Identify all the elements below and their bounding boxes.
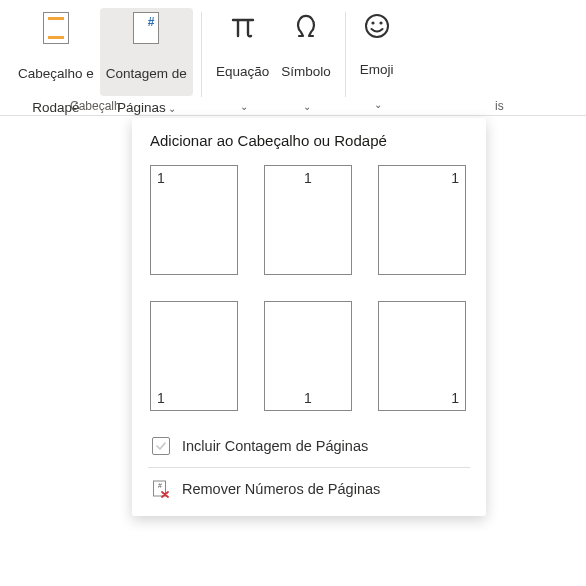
pi-icon xyxy=(227,12,259,42)
page-count-dropdown: Adicionar ao Cabeçalho ou Rodapé 1 1 1 1… xyxy=(132,118,486,516)
include-page-count-label: Incluir Contagem de Páginas xyxy=(182,438,368,454)
chevron-down-icon: ⌄ xyxy=(374,96,382,113)
svg-rect-2 xyxy=(48,36,64,39)
group-separator xyxy=(201,12,202,97)
emoji-button[interactable]: Emoji ⌄ xyxy=(354,8,400,96)
page-number-top-left[interactable]: 1 xyxy=(150,165,238,275)
page-header-footer-icon xyxy=(40,12,72,44)
svg-text:#: # xyxy=(148,15,155,29)
symbol-label: Símbolo ⌄ xyxy=(281,46,331,115)
symbol-button[interactable]: Símbolo ⌄ xyxy=(275,8,337,96)
header-footer-button[interactable]: Cabeçalho e Rodapé xyxy=(12,8,100,96)
remove-page-numbers[interactable]: # Remover Números de Páginas xyxy=(150,472,468,506)
smiley-icon xyxy=(361,12,393,40)
svg-point-5 xyxy=(366,15,388,37)
checkbox-icon xyxy=(152,437,170,455)
page-number-bottom-right[interactable]: 1 xyxy=(378,301,466,411)
group-separator xyxy=(345,12,346,97)
page-number-top-center[interactable]: 1 xyxy=(264,165,352,275)
svg-rect-1 xyxy=(48,17,64,20)
chevron-down-icon: ⌄ xyxy=(303,98,311,115)
ribbon-group-label-left: Cabeçalh xyxy=(70,99,121,113)
page-number-bottom-center[interactable]: 1 xyxy=(264,301,352,411)
panel-title: Adicionar ao Cabeçalho ou Rodapé xyxy=(150,132,468,149)
page-count-button[interactable]: # Contagem de Páginas⌄ xyxy=(100,8,193,96)
emoji-label: Emoji ⌄ xyxy=(360,44,394,113)
page-number-bottom-left[interactable]: 1 xyxy=(150,301,238,411)
omega-icon xyxy=(290,12,322,42)
divider xyxy=(148,467,470,468)
svg-rect-3 xyxy=(134,13,159,44)
page-number-icon: # xyxy=(130,12,162,44)
chevron-down-icon: ⌄ xyxy=(168,100,176,117)
ribbon-group-label-right: is xyxy=(495,99,504,113)
ribbon: Cabeçalho e Rodapé # Contagem de Páginas… xyxy=(0,0,586,116)
equation-button[interactable]: Equação ⌄ xyxy=(210,8,275,96)
chevron-down-icon: ⌄ xyxy=(240,98,248,115)
svg-point-7 xyxy=(379,21,382,24)
remove-page-numbers-label: Remover Números de Páginas xyxy=(182,481,380,497)
include-page-count-toggle[interactable]: Incluir Contagem de Páginas xyxy=(150,429,468,463)
svg-text:#: # xyxy=(158,482,162,489)
equation-label: Equação ⌄ xyxy=(216,46,269,115)
remove-page-number-icon: # xyxy=(152,480,170,498)
page-number-position-grid: 1 1 1 1 1 1 xyxy=(150,165,468,411)
page-number-top-right[interactable]: 1 xyxy=(378,165,466,275)
svg-point-6 xyxy=(371,21,374,24)
